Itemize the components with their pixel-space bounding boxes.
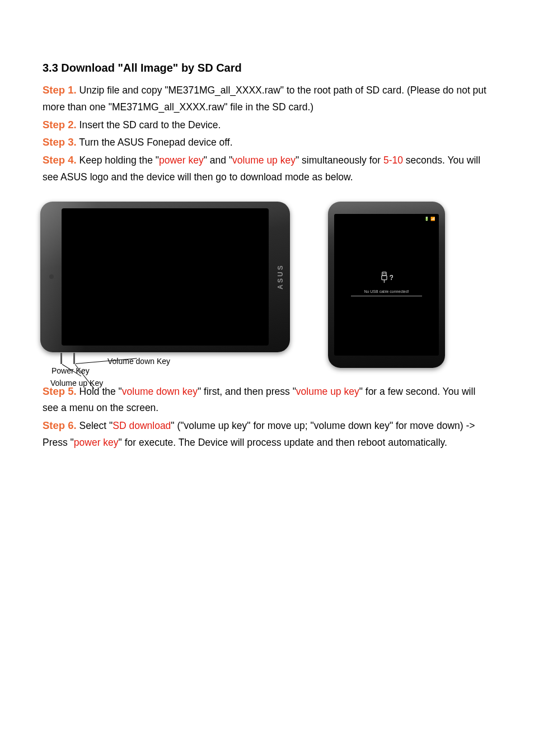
- step-4-label: Step 4.: [43, 154, 77, 166]
- svg-rect-1: [383, 273, 383, 274]
- figure-row: ASUS Power Key Volume down Key Volume up…: [40, 202, 491, 368]
- tablet-screen-download-mode: 🔋 📶 ? No USB cable connected!: [334, 214, 439, 356]
- tablet-landscape: ASUS: [40, 202, 290, 352]
- svg-rect-3: [381, 276, 386, 279]
- step-1-text: Unzip file and copy "ME371MG_all_XXXX.ra…: [43, 85, 486, 113]
- step-3-text: Turn the ASUS Fonepad device off.: [77, 137, 233, 148]
- step-6-text-c: " for execute. The Device will process u…: [119, 437, 447, 448]
- status-bar-icons: 🔋 📶: [334, 217, 435, 221]
- device-right-figure: 🔋 📶 ? No USB cable connected!: [328, 202, 445, 368]
- volume-key-stub: [73, 353, 75, 364]
- no-usb-message: No USB cable connected!: [334, 290, 439, 293]
- usb-question-icon: ?: [381, 272, 393, 287]
- brand-label: ASUS: [277, 264, 284, 289]
- tablet-screen-off: [62, 208, 269, 346]
- step-5-key-1: volume down key: [122, 386, 198, 397]
- power-key-stub: [60, 353, 62, 364]
- step-4-key-1: power key: [159, 155, 204, 166]
- volume-up-key-label: Volume up Key: [50, 379, 103, 388]
- step-2-text: Insert the SD card to the Device.: [77, 119, 221, 130]
- step-4-text-a: Keep holding the ": [77, 155, 159, 166]
- step-6-text-a: Select ": [77, 420, 113, 431]
- instructions-block: Step 1. Unzip file and copy "ME371MG_all…: [43, 81, 491, 186]
- section-heading: 3.3 Download "All Image" by SD Card: [43, 62, 491, 74]
- instructions-block-2: Step 5. Hold the "volume down key" first…: [43, 382, 491, 451]
- front-camera-icon: [49, 274, 54, 279]
- device-left-figure: ASUS Power Key Volume down Key Volume up…: [40, 202, 290, 352]
- step-2-label: Step 2.: [43, 119, 77, 130]
- step-5-key-2: volume up key: [296, 386, 359, 397]
- svg-rect-2: [385, 273, 385, 274]
- step-4-key-2: volume up key: [232, 155, 296, 166]
- step-1-label: Step 1.: [43, 84, 77, 96]
- step-4-text-b: " and ": [204, 155, 232, 166]
- step-4-seconds: 5-10: [383, 155, 403, 166]
- progress-bar: [351, 296, 422, 297]
- step-3-label: Step 3.: [43, 136, 77, 148]
- power-key-label: Power Key: [51, 366, 90, 375]
- step-4-text-c: " simultaneously for: [296, 155, 383, 166]
- step-6-key-2: power key: [74, 437, 119, 448]
- volume-down-key-label: Volume down Key: [107, 357, 170, 366]
- step-5-text-b: " first, and then press ": [198, 386, 296, 397]
- step-5-text-a: Hold the ": [77, 386, 122, 397]
- svg-rect-0: [382, 272, 386, 276]
- step-6-key-1: SD download: [113, 420, 171, 431]
- svg-text:?: ?: [389, 273, 392, 282]
- step-6-label: Step 6.: [43, 419, 77, 431]
